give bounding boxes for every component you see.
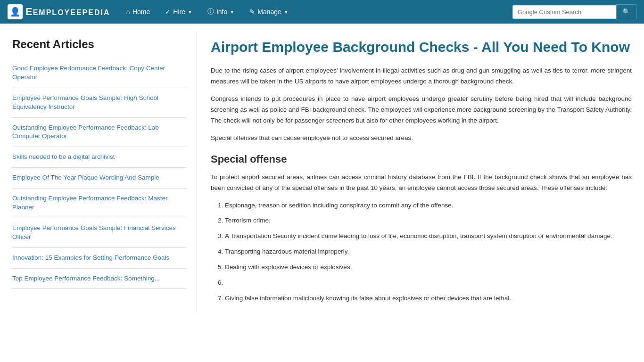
article-paragraphs: Due to the rising cases of airport emplo… [211, 66, 632, 144]
main-content: Airport Employee Background Checks - All… [196, 33, 636, 313]
sidebar-article-link[interactable]: Employee Performance Goals Sample: High … [12, 94, 158, 110]
sidebar-article-link[interactable]: Outstanding Employee Performance Feedbac… [12, 195, 167, 211]
sidebar-article-link[interactable]: Outstanding Employee Performance Feedbac… [12, 124, 159, 140]
search-input[interactable] [512, 5, 616, 19]
info-nav-button[interactable]: ⓘ Info ▼ [201, 0, 241, 24]
manage-caret-icon: ▼ [284, 9, 289, 15]
nav-items: ⌂ Home ✓ Hire ▼ ⓘ Info ▼ ✎ Manage ▼ [120, 0, 511, 24]
list-item: Giving false information maliciously kno… [225, 293, 632, 304]
sidebar-article-link[interactable]: Good Employee Performance Feedback: Copy… [12, 65, 165, 81]
info-caret-icon: ▼ [230, 9, 234, 15]
list-item: Top Employee Performance Feedback: Somet… [12, 269, 187, 289]
info-icon: ⓘ [207, 8, 214, 16]
sidebar-article-link[interactable]: Top Employee Performance Feedback: Somet… [12, 275, 160, 282]
search-icon: 🔍 [622, 8, 630, 16]
article-paragraph: Special offenses that can cause employee… [211, 133, 632, 144]
sidebar-heading: Recent Articles [12, 38, 187, 51]
sidebar-article-link[interactable]: Innovation: 15 Examples for Setting Perf… [12, 254, 169, 261]
sidebar-article-link[interactable]: Employee Performance Goals Sample: Finan… [12, 224, 176, 240]
search-button[interactable]: 🔍 [616, 4, 636, 19]
list-item: Employee Performance Goals Sample: Finan… [12, 218, 187, 248]
brand-icon: 👤 [8, 4, 23, 19]
article-paragraph: Due to the rising cases of airport emplo… [211, 66, 632, 87]
sidebar: Recent Articles Good Employee Performanc… [8, 33, 196, 313]
hire-caret-icon: ▼ [188, 9, 192, 15]
home-nav-button[interactable]: ⌂ Home [120, 0, 157, 24]
list-item: Dealing with explosive devices or explos… [225, 262, 632, 273]
list-item: Skills needed to be a digital archivist [12, 147, 187, 168]
manage-icon: ✎ [249, 8, 255, 16]
special-offense-title: Special offense [211, 153, 632, 165]
article-paragraph: Congress intends to put procedures in pl… [211, 94, 632, 126]
list-item: Employee Performance Goals Sample: High … [12, 88, 187, 118]
offenses-list: Espionage, treason or sedition including… [211, 200, 632, 304]
brand-name: EEMPLOYEEPEDIA [25, 6, 110, 18]
sidebar-list: Good Employee Performance Feedback: Copy… [12, 58, 187, 289]
list-item: Innovation: 15 Examples for Setting Perf… [12, 248, 187, 269]
list-item: Good Employee Performance Feedback: Copy… [12, 58, 187, 88]
list-item: Outstanding Employee Performance Feedbac… [12, 189, 187, 218]
list-item: Terrorism crime. [225, 215, 632, 226]
manage-nav-button[interactable]: ✎ Manage ▼ [243, 0, 295, 24]
sidebar-article-link[interactable]: Employee Of The Year Plaque Wording And … [12, 174, 159, 181]
navbar: 👤 EEMPLOYEEPEDIA ⌂ Home ✓ Hire ▼ ⓘ Info … [0, 0, 644, 24]
special-offense-intro: To protect airport secured areas, airlin… [211, 172, 632, 194]
brand-logo[interactable]: 👤 EEMPLOYEEPEDIA [8, 4, 110, 19]
hire-nav-button[interactable]: ✓ Hire ▼ [158, 0, 199, 24]
list-item: A Transportation Security incident crime… [225, 231, 632, 242]
list-item: Transporting hazardous material improper… [225, 247, 632, 257]
sidebar-article-link[interactable]: Skills needed to be a digital archivist [12, 153, 115, 160]
page-wrap: Recent Articles Good Employee Performanc… [0, 24, 644, 323]
article-title: Airport Employee Background Checks - All… [211, 38, 632, 56]
hire-icon: ✓ [165, 8, 171, 16]
article-body: Due to the rising cases of airport emplo… [211, 66, 632, 304]
list-item: Outstanding Employee Performance Feedbac… [12, 118, 187, 148]
home-icon: ⌂ [126, 8, 130, 16]
list-item [225, 278, 632, 288]
list-item: Employee Of The Year Plaque Wording And … [12, 168, 187, 189]
search-bar: 🔍 [512, 4, 636, 19]
list-item: Espionage, treason or sedition including… [225, 200, 632, 211]
